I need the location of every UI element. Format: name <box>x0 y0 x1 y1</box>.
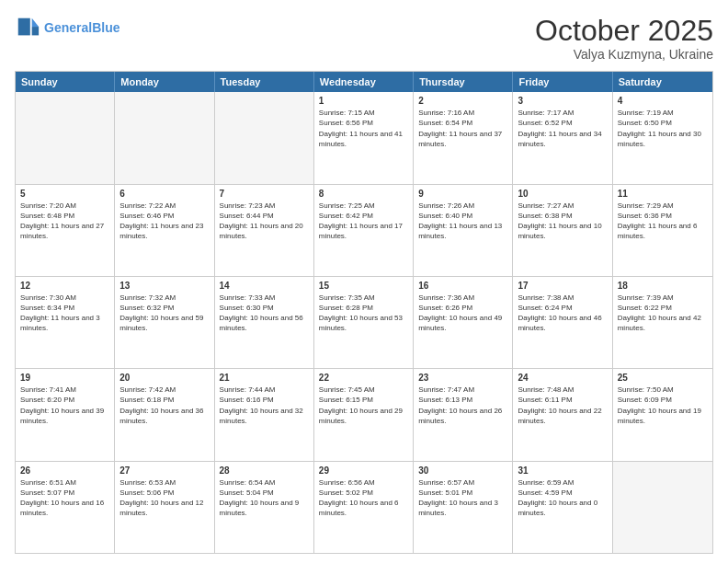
day-info: Sunrise: 7:41 AMSunset: 6:20 PMDaylight:… <box>20 385 109 426</box>
table-row: 18Sunrise: 7:39 AMSunset: 6:22 PMDayligh… <box>613 277 712 368</box>
logo-blue: Blue <box>92 20 119 35</box>
svg-rect-2 <box>18 18 30 36</box>
header-day-wednesday: Wednesday <box>314 72 414 92</box>
day-info: Sunrise: 7:42 AMSunset: 6:18 PMDaylight:… <box>119 385 209 426</box>
day-info: Sunrise: 6:56 AMSunset: 5:02 PMDaylight:… <box>319 477 408 519</box>
day-number: 24 <box>518 373 607 383</box>
table-row: 9Sunrise: 7:26 AMSunset: 6:40 PMDaylight… <box>414 185 513 276</box>
day-info: Sunrise: 7:32 AMSunset: 6:32 PMDaylight:… <box>119 293 209 334</box>
day-info: Sunrise: 6:57 AMSunset: 5:01 PMDaylight:… <box>418 477 507 519</box>
svg-marker-1 <box>32 27 39 35</box>
table-row: 8Sunrise: 7:25 AMSunset: 6:42 PMDaylight… <box>314 185 414 276</box>
day-number: 9 <box>418 189 507 199</box>
day-info: Sunrise: 6:51 AMSunset: 5:07 PMDaylight:… <box>20 477 109 519</box>
day-number: 26 <box>20 465 109 476</box>
table-row: 24Sunrise: 7:48 AMSunset: 6:11 PMDayligh… <box>513 369 612 460</box>
table-row: 23Sunrise: 7:47 AMSunset: 6:13 PMDayligh… <box>414 369 513 460</box>
title-block: October 2025 Valya Kuzmyna, Ukraine <box>535 15 713 62</box>
table-row <box>115 92 214 183</box>
table-row: 27Sunrise: 6:53 AMSunset: 5:06 PMDayligh… <box>115 462 214 553</box>
day-info: Sunrise: 7:16 AMSunset: 6:54 PMDaylight:… <box>418 108 507 149</box>
table-row: 3Sunrise: 7:17 AMSunset: 6:52 PMDaylight… <box>513 92 612 183</box>
table-row: 13Sunrise: 7:32 AMSunset: 6:32 PMDayligh… <box>115 277 214 368</box>
day-info: Sunrise: 6:53 AMSunset: 5:06 PMDaylight:… <box>119 477 209 519</box>
day-info: Sunrise: 7:47 AMSunset: 6:13 PMDaylight:… <box>418 385 507 426</box>
calendar-week-1: 1Sunrise: 7:15 AMSunset: 6:56 PMDaylight… <box>16 92 712 184</box>
logo: GeneralBlue <box>15 15 119 40</box>
table-row: 19Sunrise: 7:41 AMSunset: 6:20 PMDayligh… <box>16 369 115 460</box>
day-number: 7 <box>220 189 309 199</box>
calendar-week-2: 5Sunrise: 7:20 AMSunset: 6:48 PMDaylight… <box>16 185 712 277</box>
calendar-body: 1Sunrise: 7:15 AMSunset: 6:56 PMDaylight… <box>16 92 712 553</box>
day-number: 31 <box>518 465 607 476</box>
day-info: Sunrise: 7:23 AMSunset: 6:44 PMDaylight:… <box>220 201 309 242</box>
day-number: 11 <box>618 189 708 199</box>
calendar-header: SundayMondayTuesdayWednesdayThursdayFrid… <box>16 72 712 92</box>
table-row: 12Sunrise: 7:30 AMSunset: 6:34 PMDayligh… <box>16 277 115 368</box>
day-number: 16 <box>418 281 507 291</box>
day-info: Sunrise: 7:39 AMSunset: 6:22 PMDaylight:… <box>618 293 708 334</box>
logo-text: GeneralBlue <box>44 20 119 36</box>
page: GeneralBlue October 2025 Valya Kuzmyna, … <box>0 0 728 563</box>
table-row: 26Sunrise: 6:51 AMSunset: 5:07 PMDayligh… <box>16 462 115 553</box>
day-info: Sunrise: 7:27 AMSunset: 6:38 PMDaylight:… <box>518 201 607 242</box>
calendar-week-3: 12Sunrise: 7:30 AMSunset: 6:34 PMDayligh… <box>16 277 712 369</box>
header-day-monday: Monday <box>115 72 214 92</box>
logo-icon <box>15 15 40 40</box>
table-row: 29Sunrise: 6:56 AMSunset: 5:02 PMDayligh… <box>314 462 414 553</box>
day-info: Sunrise: 7:26 AMSunset: 6:40 PMDaylight:… <box>418 201 507 242</box>
day-number: 25 <box>618 373 708 383</box>
day-number: 29 <box>319 465 408 476</box>
header-day-tuesday: Tuesday <box>215 72 314 92</box>
day-info: Sunrise: 7:22 AMSunset: 6:46 PMDaylight:… <box>119 201 209 242</box>
table-row: 21Sunrise: 7:44 AMSunset: 6:16 PMDayligh… <box>215 369 314 460</box>
day-info: Sunrise: 7:50 AMSunset: 6:09 PMDaylight:… <box>618 385 708 426</box>
day-number: 27 <box>119 465 209 476</box>
day-number: 2 <box>418 96 507 106</box>
day-number: 5 <box>20 189 109 199</box>
calendar-week-4: 19Sunrise: 7:41 AMSunset: 6:20 PMDayligh… <box>16 369 712 461</box>
day-number: 17 <box>518 281 607 291</box>
day-number: 12 <box>20 281 109 291</box>
day-info: Sunrise: 7:17 AMSunset: 6:52 PMDaylight:… <box>518 108 607 149</box>
day-number: 28 <box>220 465 309 476</box>
day-info: Sunrise: 7:36 AMSunset: 6:26 PMDaylight:… <box>418 293 507 334</box>
table-row <box>16 92 115 183</box>
day-info: Sunrise: 7:48 AMSunset: 6:11 PMDaylight:… <box>518 385 607 426</box>
table-row: 7Sunrise: 7:23 AMSunset: 6:44 PMDaylight… <box>215 185 314 276</box>
day-number: 18 <box>618 281 708 291</box>
table-row: 17Sunrise: 7:38 AMSunset: 6:24 PMDayligh… <box>513 277 612 368</box>
table-row: 25Sunrise: 7:50 AMSunset: 6:09 PMDayligh… <box>613 369 712 460</box>
table-row: 10Sunrise: 7:27 AMSunset: 6:38 PMDayligh… <box>513 185 612 276</box>
table-row: 14Sunrise: 7:33 AMSunset: 6:30 PMDayligh… <box>215 277 314 368</box>
day-number: 8 <box>319 189 408 199</box>
table-row: 4Sunrise: 7:19 AMSunset: 6:50 PMDaylight… <box>613 92 712 183</box>
day-number: 30 <box>418 465 507 476</box>
day-number: 10 <box>518 189 607 199</box>
logo-general: General <box>44 20 92 35</box>
day-number: 3 <box>518 96 607 106</box>
day-info: Sunrise: 7:29 AMSunset: 6:36 PMDaylight:… <box>618 201 708 242</box>
day-info: Sunrise: 7:25 AMSunset: 6:42 PMDaylight:… <box>319 201 408 242</box>
location: Valya Kuzmyna, Ukraine <box>535 47 713 62</box>
month-title: October 2025 <box>535 15 713 47</box>
day-info: Sunrise: 7:30 AMSunset: 6:34 PMDaylight:… <box>20 293 109 334</box>
day-number: 20 <box>119 373 209 383</box>
day-number: 22 <box>319 373 408 383</box>
table-row: 2Sunrise: 7:16 AMSunset: 6:54 PMDaylight… <box>414 92 513 183</box>
table-row: 28Sunrise: 6:54 AMSunset: 5:04 PMDayligh… <box>215 462 314 553</box>
day-info: Sunrise: 6:54 AMSunset: 5:04 PMDaylight:… <box>220 477 309 519</box>
day-info: Sunrise: 7:33 AMSunset: 6:30 PMDaylight:… <box>220 293 309 334</box>
calendar: SundayMondayTuesdayWednesdayThursdayFrid… <box>15 71 713 554</box>
table-row: 5Sunrise: 7:20 AMSunset: 6:48 PMDaylight… <box>16 185 115 276</box>
table-row: 11Sunrise: 7:29 AMSunset: 6:36 PMDayligh… <box>613 185 712 276</box>
day-info: Sunrise: 7:35 AMSunset: 6:28 PMDaylight:… <box>319 293 408 334</box>
day-number: 23 <box>418 373 507 383</box>
table-row: 16Sunrise: 7:36 AMSunset: 6:26 PMDayligh… <box>414 277 513 368</box>
table-row: 15Sunrise: 7:35 AMSunset: 6:28 PMDayligh… <box>314 277 414 368</box>
day-info: Sunrise: 6:59 AMSunset: 4:59 PMDaylight:… <box>518 477 607 519</box>
day-number: 19 <box>20 373 109 383</box>
day-number: 1 <box>319 96 408 106</box>
table-row <box>215 92 314 183</box>
table-row: 20Sunrise: 7:42 AMSunset: 6:18 PMDayligh… <box>115 369 214 460</box>
